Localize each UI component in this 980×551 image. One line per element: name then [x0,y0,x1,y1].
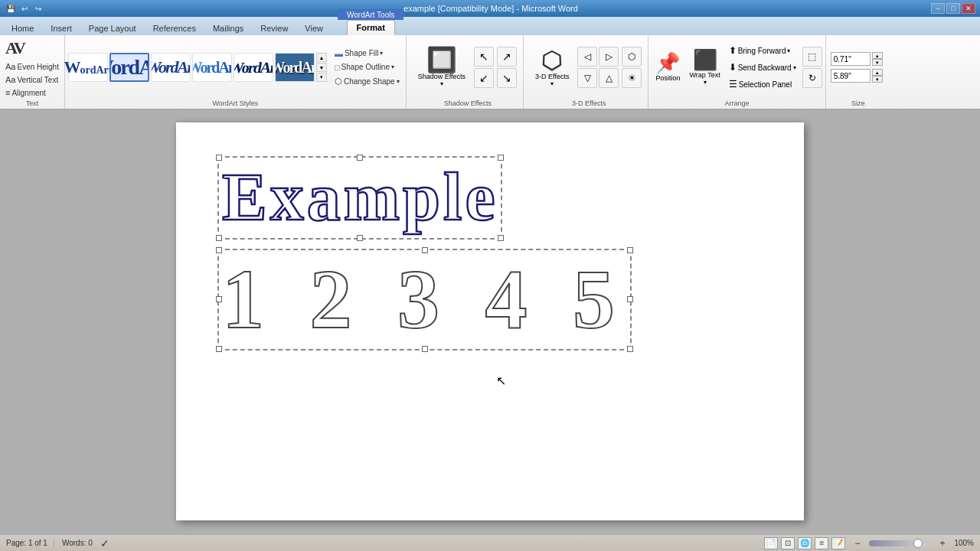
page-info: Page: 1 of 1 [6,539,54,547]
close-button[interactable]: ✕ [962,3,975,14]
wordart-numbers-text: 1 2 3 4 5 [222,253,627,346]
send-backward-button[interactable]: ⬇ Send Backward ▾ [726,60,799,75]
tab-review[interactable]: Review [252,20,296,35]
zoom-minus[interactable]: − [853,538,861,549]
width-input[interactable] [831,69,871,83]
ribbon-group-size: ▲ ▼ ▲ ▼ Size [826,35,887,109]
outline-view-icon[interactable]: ≡ [815,537,828,549]
selection-panel-button[interactable]: ☰ Selection Panel [726,77,799,92]
rotate-button[interactable]: ↻ [802,68,822,88]
av-spacing-button[interactable]: AV [3,37,61,60]
shadow-nudge-up[interactable]: ↗ [497,47,517,67]
tab-home[interactable]: Home [3,20,42,35]
gallery-scroll-up[interactable]: ▲ [316,53,327,62]
draft-view-icon[interactable]: 📝 [831,537,845,549]
shadow-effects-button[interactable]: 🔲 Shadow Effects ▾ [413,44,471,91]
minimize-button[interactable]: − [931,3,945,14]
ribbon-group-shadow-effects: 🔲 Shadow Effects ▾ ↖ ↙ ↗ ↘ Shadow Effect… [407,35,524,109]
size-group-label: Size [831,99,886,107]
ribbon-group-text: AV Aa Even Height Aa Vertical Text ≡ Ali… [0,35,65,109]
zoom-level[interactable]: 100% [954,539,974,547]
height-input[interactable] [831,52,871,66]
wordart-style-3[interactable]: WordArt [192,53,232,82]
alignment-button[interactable]: ≡ Alignment [3,86,61,99]
ribbon-group-arrange: 📌 Position ⬛ Wrap Text ▾ ⬆ Bring Forward… [648,35,825,109]
shadow-nudge-down[interactable]: ↘ [497,68,517,88]
3d-tilt-up[interactable]: △ [599,68,619,88]
wordart-style-2[interactable]: WordArt [151,53,191,82]
shadow-toggle-button[interactable]: ↖ [474,47,494,67]
shadow-effects-group-label: Shadow Effects [413,99,523,107]
tab-references[interactable]: References [145,20,204,35]
width-spin-up[interactable]: ▲ [872,69,883,76]
wordart-style-5[interactable]: WordArt [275,53,315,82]
zoom-slider[interactable] [869,540,930,546]
quick-save-icon[interactable]: 💾 [5,2,17,15]
wordart-style-1-full[interactable]: WordArt [109,53,149,82]
redo-icon[interactable]: ↪ [32,2,44,15]
3d-tilt-left[interactable]: ◁ [577,47,597,67]
tab-mailings[interactable]: Mailings [204,20,252,35]
wordart-numbers-container[interactable]: 1 2 3 4 5 [222,253,627,346]
web-layout-icon[interactable]: 🌐 [798,537,812,549]
3d-direction-button[interactable]: ☀ [622,68,642,88]
cursor: ↖ [496,373,506,388]
position-button[interactable]: 📌 Position [652,50,684,85]
wordart-tools-label: WordArt Tools [338,9,403,20]
tab-view[interactable]: View [296,20,332,35]
wordart-style-1[interactable]: W ordArt [68,53,108,82]
3d-depth-button[interactable]: ⬡ [622,47,642,67]
maximize-button[interactable]: □ [946,3,960,14]
wordart-style-4[interactable]: WordArt [234,53,273,82]
vertical-text-button[interactable]: Aa Vertical Text [3,73,61,86]
shadow-move-button[interactable]: ↙ [474,68,494,88]
width-spin-down[interactable]: ▼ [872,76,883,83]
tab-format[interactable]: Format [347,20,395,35]
effects-3d-button[interactable]: ⬡ 3-D Effects ▾ [530,44,574,91]
wordart-example-text: Example [222,161,498,235]
full-screen-icon[interactable]: ⊡ [781,537,795,549]
even-height-button[interactable]: Aa Even Height [3,60,61,73]
ribbon-group-wordart-styles: W ordArt WordArt WordArt WordArt WordArt… [65,35,407,109]
height-spin-down[interactable]: ▼ [872,59,883,66]
tab-insert[interactable]: Insert [42,20,80,35]
3d-effects-group-label: 3-D Effects [530,99,648,107]
ribbon-group-3d-effects: ⬡ 3-D Effects ▾ ◁ ▷ ▽ △ [524,35,648,109]
arrange-group-label: Arrange [652,99,822,107]
align-button[interactable]: ⬚ [802,47,822,67]
view-icons: 📄 ⊡ 🌐 ≡ 📝 [764,537,845,549]
undo-icon[interactable]: ↩ [18,2,31,15]
print-layout-icon[interactable]: 📄 [764,537,778,549]
3d-tilt-right[interactable]: ▷ [599,47,619,67]
gallery-more[interactable]: ▾ [316,73,327,82]
tab-page-layout[interactable]: Page Layout [80,20,145,35]
zoom-plus[interactable]: + [938,538,946,549]
word-count: Words: 0 [62,539,93,547]
shape-fill-button[interactable]: ▬ Shape Fill ▾ [332,47,403,60]
status-bar: Page: 1 of 1 Words: 0 ✓ 📄 ⊡ 🌐 ≡ 📝 − + 10… [0,534,980,551]
gallery-scroll-down[interactable]: ▼ [316,63,327,72]
change-shape-button[interactable]: ⬡ Change Shape ▾ [332,75,403,88]
shape-outline-button[interactable]: □ Shape Outline ▾ [332,61,403,73]
3d-tilt-down[interactable]: ▽ [577,68,597,88]
wordart-styles-group-label: WordArt Styles [68,99,403,107]
window-title: example [Compatibility Mode] - Microsoft… [51,4,931,13]
wordart-example-container[interactable]: Example [222,161,498,235]
wrap-text-button[interactable]: ⬛ Wrap Text ▾ [685,47,724,89]
text-group-label: Text [3,99,61,107]
height-spin-up[interactable]: ▲ [872,52,883,59]
bring-forward-button[interactable]: ⬆ Bring Forward ▾ [726,43,799,58]
spell-check-icon[interactable]: ✓ [100,537,109,549]
document-page: Example 1 2 3 4 5 ↖ [176,122,804,520]
